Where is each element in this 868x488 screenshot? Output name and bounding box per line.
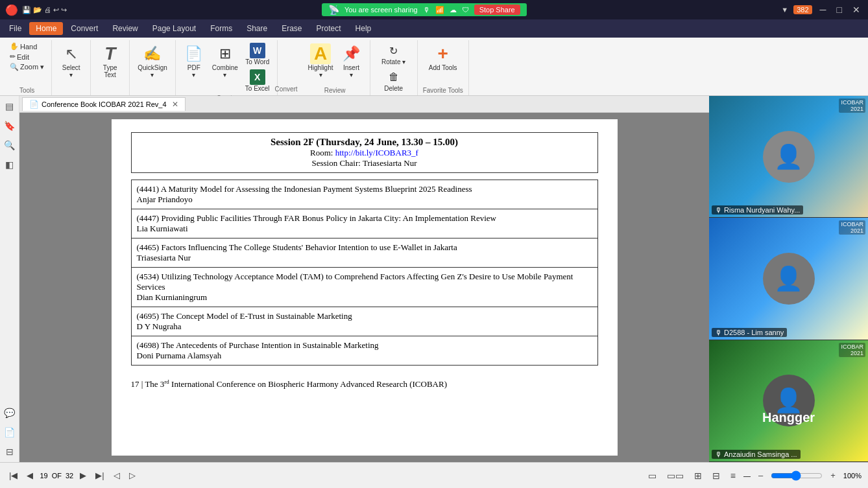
menu-forms[interactable]: Forms	[204, 22, 239, 35]
video-tile-3: 👤 ICOBAR2021 Hangger 🎙 Anzaiudin Samsing…	[709, 340, 868, 462]
maximize-button[interactable]: □	[834, 5, 845, 15]
select-icon: ↖	[61, 43, 82, 64]
convert-label-text: Convert	[275, 86, 298, 93]
insert-label: Insert	[343, 64, 359, 71]
combine-button[interactable]: ⊞ Combine ▾	[210, 41, 241, 80]
footer-note: 17 | The 3rd International Conference on…	[131, 378, 598, 389]
document-tabs: 📄 Conference Book ICOBAR 2021 Rev_4 ✕	[19, 96, 709, 113]
video-tile-1: 👤 ICOBAR2021 🎙 Risma Nurdyani Wahy...	[709, 96, 868, 218]
page-current: 19	[40, 472, 47, 480]
prev-page-button[interactable]: ◀	[24, 469, 36, 482]
delete-button[interactable]: 🗑 Delete	[380, 68, 407, 93]
statusbar-right: ▭ ▭▭ ⊞ ⊟ ≡ — – + 100%	[645, 469, 862, 482]
paper-6-author: Doni Purnama Alamsyah	[137, 351, 592, 361]
ribbon-group-type-text: T Type Text	[91, 40, 130, 95]
left-sidebar: ▤ 🔖 🔍 ◧ 💬 📄 ⊟	[0, 96, 19, 462]
hand-tool-btn[interactable]: ✋ Hand	[8, 41, 39, 51]
quicksign-button[interactable]: ✍ QuickSign ▾	[135, 41, 170, 80]
sidebar-layers-btn[interactable]: ◧	[2, 157, 18, 172]
menu-file[interactable]: File	[3, 22, 28, 35]
session-header: Session 2F (Thursday, 24 June, 13.30 – 1…	[131, 132, 598, 173]
rotate-button[interactable]: ↻ Rotate ▾	[380, 41, 407, 67]
pdf-icon-tab: 📄	[29, 100, 39, 109]
sidebar-settings-btn[interactable]: ⊟	[2, 444, 18, 459]
sidebar-bookmark-btn[interactable]: 🔖	[2, 118, 18, 134]
titlebar: 🔴 💾 📂 🖨 ↩ ↪ 📡 You are screen sharing 🎙 📶…	[0, 0, 868, 19]
to-word-button[interactable]: W To Word	[243, 41, 272, 67]
menu-share[interactable]: Share	[240, 22, 274, 35]
session-date: (Thursday, 24 June, 13.30 – 15.00)	[316, 137, 458, 147]
hand-icon: ✋	[10, 42, 19, 51]
select-button[interactable]: ↖ Select ▾	[58, 41, 84, 80]
session-name: Session 2F	[271, 137, 314, 147]
sidebar-pages-btn[interactable]: 📄	[2, 424, 18, 440]
zoom-slider[interactable]	[771, 471, 823, 481]
close-button[interactable]: ✕	[850, 5, 863, 15]
highlight-icon: A	[310, 43, 331, 64]
stop-share-button[interactable]: Stop Share	[474, 5, 520, 15]
paper-row-5: (4695) The Concept Model of E-Trust in S…	[131, 307, 598, 336]
cloud-icon: ☁	[450, 6, 457, 14]
paper-row-3: (4465) Factors Influencing The College S…	[131, 238, 598, 268]
combine-icon: ⊞	[215, 43, 235, 64]
session-chair: Session Chair: Triasesiarta Nur	[136, 158, 594, 168]
status-bar: |◀ ◀ 19 OF 32 ▶ ▶| ◁ ▷ ▭ ▭▭ ⊞ ⊟ ≡ — – + …	[0, 462, 868, 488]
hand-label: Hand	[20, 43, 37, 51]
fit-width-btn[interactable]: ⊟	[710, 469, 723, 482]
add-tools-button[interactable]: + Add Tools	[426, 41, 460, 73]
highlight-button[interactable]: A Highlight ▾	[306, 41, 336, 80]
first-page-button[interactable]: |◀	[6, 469, 20, 482]
zoom-tool-btn[interactable]: 🔍 Zoom ▾	[8, 62, 46, 72]
back-button[interactable]: ◁	[111, 469, 123, 482]
forward-button[interactable]: ▷	[127, 469, 138, 482]
footer-page: 17	[131, 379, 139, 389]
type-text-button[interactable]: T Type Text	[97, 41, 123, 80]
footer-text-rest: International Conference on Biospheric H…	[169, 379, 447, 389]
document-scroll-area[interactable]: Session 2F (Thursday, 24 June, 13.30 – 1…	[19, 113, 709, 462]
single-page-view-btn[interactable]: ▭	[645, 469, 659, 482]
sidebar-search-btn[interactable]: 🔍	[2, 137, 18, 153]
participant-name-1: Risma Nurdyani Wahy...	[724, 206, 800, 214]
tab-close-button[interactable]: ✕	[172, 100, 178, 109]
scroll-view-btn[interactable]: ≡	[728, 469, 738, 482]
edit-tool-btn[interactable]: ✏ Edit	[8, 52, 31, 62]
combine-label: Combine	[212, 64, 238, 71]
double-page-view-btn[interactable]: ▭▭	[664, 469, 686, 482]
ribbon-group-select: ↖ Select ▾	[52, 40, 91, 95]
type-text-label: Type	[103, 64, 117, 71]
mic-icon-1: 🎙	[715, 206, 722, 214]
minimize-button[interactable]: ─	[817, 5, 829, 15]
grid-view-btn[interactable]: ⊞	[692, 469, 705, 482]
menu-help[interactable]: Help	[349, 22, 378, 35]
paper-3-author: Triasesiarta Nur	[137, 253, 592, 263]
paper-2-author: Lia Kurniawati	[137, 224, 592, 234]
session-room-label: Room:	[310, 148, 333, 157]
paper-6-title: (4698) The Antecedents of Purchase Inten…	[137, 340, 592, 351]
menu-protect[interactable]: Protect	[310, 22, 348, 35]
ribbon-select-items: ↖ Select ▾	[58, 41, 84, 94]
avatar-2: 👤	[763, 253, 815, 305]
to-excel-button[interactable]: X To Excel	[243, 68, 272, 93]
ribbon-hand-edit-zoom: ✋ Hand ✏ Edit 🔍 Zoom ▾	[8, 41, 46, 72]
ribbon-tools-items: ✋ Hand ✏ Edit 🔍 Zoom ▾	[8, 41, 46, 86]
zoom-in-btn[interactable]: +	[828, 469, 838, 482]
pdf-button[interactable]: 📄 PDF ▾	[181, 41, 207, 80]
session-room-link[interactable]: http://bit.ly/ICOBAR3_f	[335, 148, 418, 157]
next-page-button[interactable]: ▶	[77, 469, 89, 482]
tab-filename: Conference Book ICOBAR 2021 Rev_4	[42, 100, 167, 108]
paper-row-4: (4534) Utilizing Technology Acceptance M…	[131, 268, 598, 307]
menu-erase[interactable]: Erase	[275, 22, 308, 35]
session-title: Session 2F (Thursday, 24 June, 13.30 – 1…	[136, 137, 594, 148]
video-person-3: 👤	[709, 340, 868, 461]
sidebar-comment-btn[interactable]: 💬	[2, 405, 18, 421]
menu-page-layout[interactable]: Page Layout	[146, 22, 202, 35]
menu-home[interactable]: Home	[29, 22, 63, 35]
zoom-out-btn[interactable]: –	[756, 469, 766, 482]
menu-review[interactable]: Review	[106, 22, 144, 35]
insert-button[interactable]: 📌 Insert ▾	[339, 41, 365, 80]
menu-convert[interactable]: Convert	[64, 22, 104, 35]
sidebar-thumbnail-btn[interactable]: ▤	[2, 99, 18, 114]
video-person-1: 👤	[709, 96, 868, 217]
document-tab[interactable]: 📄 Conference Book ICOBAR 2021 Rev_4 ✕	[22, 97, 186, 111]
last-page-button[interactable]: ▶|	[93, 469, 106, 482]
